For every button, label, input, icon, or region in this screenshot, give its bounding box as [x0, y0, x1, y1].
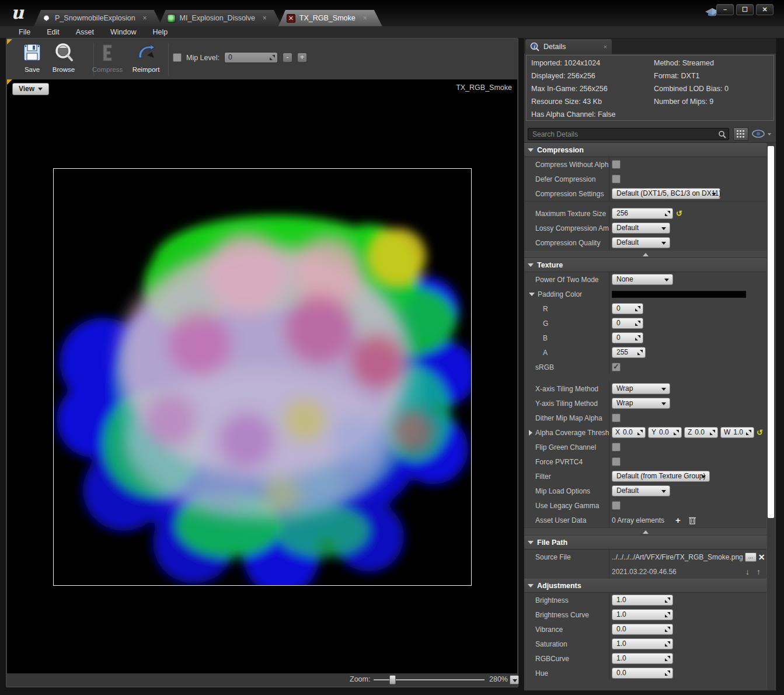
saturation-input[interactable]: 1.0 [612, 638, 673, 649]
tab-close-icon[interactable]: × [363, 14, 367, 22]
compress-without-alpha-checkbox[interactable] [612, 160, 621, 169]
drag-handle-icon [637, 350, 643, 355]
drag-handle-icon [665, 211, 670, 216]
tab-p-snowmobileexplosion[interactable]: P_SnowmobileExplosion × [34, 10, 162, 26]
mip-level-input[interactable]: 0 [224, 52, 278, 63]
details-tab[interactable]: i Details × [525, 39, 612, 54]
material-instance-icon [167, 14, 176, 23]
compression-settings-dropdown[interactable]: Default (DXT1/5, BC1/3 on DX11) [612, 188, 720, 199]
search-details-input[interactable] [528, 128, 729, 140]
lossy-compression-amount-dropdown[interactable]: Default [612, 223, 670, 234]
browse-button[interactable]: Browse [46, 43, 82, 73]
padding-a-input[interactable]: 255 [612, 347, 646, 358]
row-use-legacy-gamma: Use Legacy Gamma [524, 498, 766, 513]
alpha-coverage-y-input[interactable]: Y0.0 [648, 427, 682, 438]
export-down-icon[interactable]: ↓ [745, 567, 750, 576]
padding-color-swatch[interactable] [612, 291, 746, 298]
section-divider [524, 201, 766, 206]
alpha-coverage-w-input[interactable]: W1.0 [720, 427, 754, 438]
close-button[interactable]: ✕ [756, 4, 773, 15]
padding-g-input[interactable]: 0 [612, 318, 643, 329]
brightness-input[interactable]: 1.0 [612, 595, 673, 606]
compress-button[interactable]: Compress [89, 43, 126, 73]
defer-compression-checkbox[interactable] [612, 175, 621, 183]
category-compression[interactable]: Compression [524, 143, 766, 157]
reimport-button[interactable]: Reimport [127, 43, 165, 73]
alpha-coverage-x-input[interactable]: X0.0 [612, 427, 646, 438]
dither-mip-map-alpha-checkbox[interactable] [612, 413, 621, 422]
force-pvrtc4-checkbox[interactable] [612, 457, 621, 466]
maximum-texture-size-input[interactable]: 256 [612, 208, 673, 219]
drag-handle-icon [270, 55, 275, 60]
x-axis-tiling-dropdown[interactable]: Wrap [612, 383, 670, 394]
tab-close-icon[interactable]: × [143, 14, 147, 22]
power-of-two-mode-dropdown[interactable]: None [612, 274, 673, 285]
brightness-curve-input[interactable]: 1.0 [612, 609, 673, 620]
minimize-button[interactable]: – [716, 4, 734, 15]
view-menu-button[interactable]: View [12, 83, 49, 95]
collapse-section-button[interactable] [524, 527, 766, 536]
menu-help[interactable]: Help [145, 27, 175, 37]
collapse-section-button[interactable] [524, 250, 766, 258]
browse-file-button[interactable]: ... [745, 552, 757, 562]
drag-handle-icon [635, 321, 640, 326]
maximize-button[interactable]: ☐ [736, 4, 754, 15]
trash-icon[interactable] [688, 516, 696, 524]
vibrance-input[interactable]: 0.0 [612, 624, 673, 635]
view-options-button[interactable] [751, 127, 772, 141]
use-legacy-gamma-checkbox[interactable] [612, 501, 621, 510]
unreal-editor-window: u P_SnowmobileExplosion × MI_Explosion_D… [0, 0, 784, 695]
row-padding-b: B 0 [524, 331, 766, 345]
row-brightness: Brightness 1.0 [524, 593, 766, 607]
tab-label: P_SnowmobileExplosion [55, 14, 135, 22]
y-axis-tiling-dropdown[interactable]: Wrap [612, 398, 670, 409]
texture-preview[interactable] [53, 168, 472, 586]
category-texture[interactable]: Texture [524, 258, 766, 272]
drag-handle-icon [746, 430, 751, 435]
tab-tx-rgb-smoke[interactable]: TX_RGB_Smoke × [278, 10, 382, 26]
alpha-coverage-z-input[interactable]: Z0.0 [684, 427, 718, 438]
property-list: Compression Compress Without Alpha Defer… [524, 143, 776, 690]
reset-to-default-icon[interactable]: ↺ [757, 429, 763, 436]
compression-quality-dropdown[interactable]: Default [612, 237, 670, 248]
flip-green-channel-checkbox[interactable] [612, 443, 621, 451]
filter-dropdown[interactable]: Default (from Texture Group) [612, 471, 710, 482]
rgbcurve-input[interactable]: 1.0 [612, 653, 673, 664]
scrollbar-thumb[interactable] [768, 146, 774, 518]
mip-level-checkbox[interactable] [173, 53, 182, 62]
mip-increase-button[interactable]: + [297, 53, 307, 62]
chevron-down-icon [768, 133, 771, 135]
menu-asset[interactable]: Asset [69, 27, 101, 37]
category-adjustments[interactable]: Adjustments [524, 579, 766, 593]
particle-system-icon [42, 14, 51, 23]
srgb-checkbox[interactable] [612, 363, 621, 371]
display-grid-button[interactable] [733, 127, 748, 141]
mip-load-options-dropdown[interactable]: Default [612, 485, 670, 496]
hue-input[interactable]: 0.0 [612, 668, 673, 679]
menu-edit[interactable]: Edit [40, 27, 67, 37]
mip-decrease-button[interactable]: - [283, 53, 292, 62]
clear-file-icon[interactable]: ✕ [758, 552, 765, 562]
padding-b-input[interactable]: 0 [612, 332, 643, 343]
expanded-triangle-icon [528, 584, 534, 588]
texture-viewport[interactable]: View TX_RGB_Smoke [7, 79, 517, 673]
import-up-icon[interactable]: ↑ [757, 567, 761, 576]
row-filter: Filter Default (from Texture Group) [524, 469, 766, 484]
unreal-logo-icon: u [6, 1, 29, 25]
save-button[interactable]: Save [14, 43, 50, 73]
reset-to-default-icon[interactable]: ↺ [676, 210, 682, 217]
row-compress-without-alpha: Compress Without Alpha [524, 157, 766, 172]
info-displayed: Displayed: 256x256 [531, 72, 595, 80]
menu-file[interactable]: File [12, 27, 37, 37]
padding-r-input[interactable]: 0 [612, 303, 643, 314]
zoom-slider-handle[interactable] [389, 675, 396, 684]
tab-mi-explosion-dissolve[interactable]: MI_Explosion_Dissolve × [159, 10, 282, 26]
zoom-dropdown-button[interactable] [510, 675, 519, 684]
category-file-path[interactable]: File Path [524, 536, 766, 550]
details-close-icon[interactable]: × [604, 43, 607, 50]
tab-close-icon[interactable]: × [263, 14, 267, 22]
expanded-triangle-icon [528, 148, 534, 152]
add-element-icon[interactable]: + [675, 516, 681, 524]
menu-window[interactable]: Window [103, 27, 143, 37]
details-scrollbar[interactable] [766, 143, 775, 690]
